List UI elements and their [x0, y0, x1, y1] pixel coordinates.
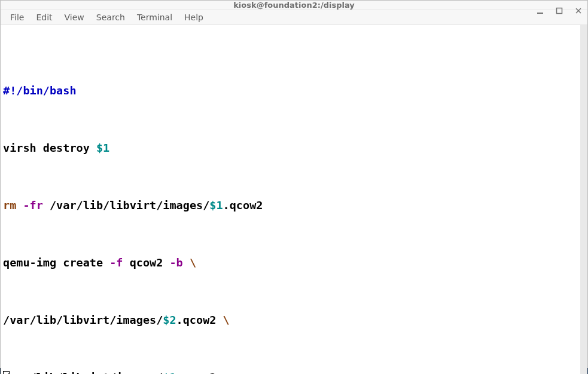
menu-view[interactable]: View	[59, 10, 90, 24]
text-cursor: /	[3, 371, 10, 374]
window-controls	[535, 1, 584, 21]
code-line-6: /var/lib/libvirt/images/$1.qcow2	[3, 370, 585, 374]
close-icon[interactable]	[573, 5, 584, 16]
code-line-4: qemu-img create -f qcow2 -b \	[3, 256, 585, 270]
maximize-icon[interactable]	[554, 5, 565, 16]
minimize-icon[interactable]	[535, 5, 546, 16]
scrollbar[interactable]	[580, 25, 587, 374]
menu-search[interactable]: Search	[90, 10, 131, 24]
titlebar: kiosk@foundation2:/display	[1, 1, 587, 10]
menu-help[interactable]: Help	[178, 10, 209, 24]
menu-file[interactable]: File	[4, 10, 30, 24]
code-line-1: #!/bin/bash	[3, 84, 585, 98]
menu-terminal[interactable]: Terminal	[131, 10, 178, 24]
window-title: kiosk@foundation2:/display	[233, 1, 355, 10]
menu-edit[interactable]: Edit	[30, 10, 58, 24]
code-line-5: /var/lib/libvirt/images/$2.qcow2 \	[3, 313, 585, 327]
code-line-2: virsh destroy $1	[3, 141, 585, 155]
menubar: File Edit View Search Terminal Help	[1, 10, 587, 25]
svg-rect-1	[557, 8, 562, 14]
terminal-viewport[interactable]: #!/bin/bash virsh destroy $1 rm -fr /var…	[1, 25, 587, 374]
terminal-window: kiosk@foundation2:/display File Edit Vie…	[0, 0, 588, 368]
code-line-3: rm -fr /var/lib/libvirt/images/$1.qcow2	[3, 198, 585, 213]
